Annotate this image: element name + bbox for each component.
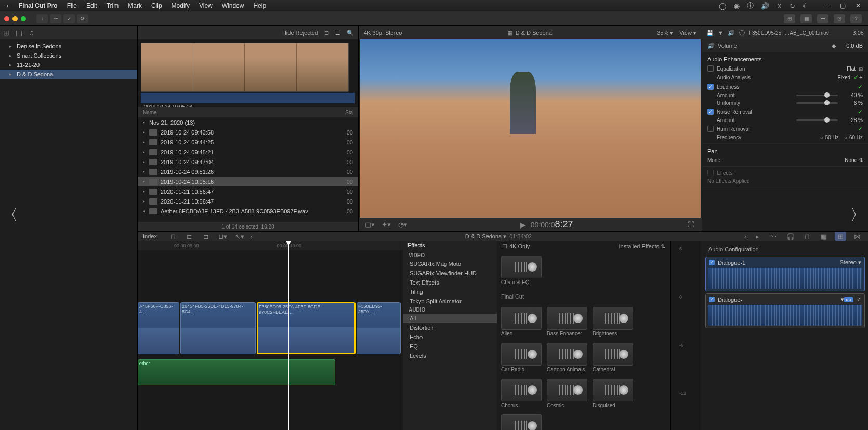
music-icon[interactable]: ♫ (29, 29, 34, 37)
timeline-clip[interactable]: A45F60F-C856-4… (138, 302, 179, 354)
audio-tab-icon[interactable]: 🔊 (728, 30, 735, 36)
menu-mark[interactable]: Mark (128, 2, 142, 9)
timeline-index-button[interactable]: Index (143, 233, 157, 239)
fx-category[interactable]: All (403, 314, 497, 323)
clip-row[interactable]: ▸2019-10-24 09:43:5800 (138, 127, 358, 137)
transitions-icon[interactable]: ⋈ (851, 232, 863, 241)
audio-skim-icon[interactable]: 〰 (768, 232, 780, 241)
effect-thumb[interactable]: Doubler (501, 414, 542, 430)
fx-category[interactable]: SUGARfx MagiMoto (403, 259, 497, 268)
transform-tool-icon[interactable]: ▢▾ (364, 220, 375, 229)
effect-thumb[interactable]: Car Radio (501, 343, 542, 373)
sidebar-item-event1[interactable]: ▸11-21-20 (0, 60, 137, 70)
installed-effects-button[interactable]: Installed Effects ⇅ (619, 243, 665, 250)
fx-category[interactable]: EQ (403, 342, 497, 351)
viewer-view-button[interactable]: View ▾ (679, 30, 696, 36)
clip-row[interactable]: ◂Aether.8FCBDA3F-13FD-42B3-A588-9C0593EB… (138, 206, 358, 216)
clip-row[interactable]: ▸2019-10-24 09:47:0400 (138, 157, 358, 167)
viewer-video[interactable] (360, 39, 701, 218)
effect-thumb[interactable]: Cartoon Animals (547, 343, 587, 373)
effect-thumb[interactable]: Bass Enhancer (547, 307, 587, 338)
fx-category[interactable]: SUGARfx Viewfinder HUD (403, 268, 497, 278)
clip-row[interactable]: ▸2019-10-24 09:44:2500 (138, 137, 358, 147)
tray-info-icon[interactable]: ⓘ (747, 1, 754, 10)
window-close-icon[interactable]: ✕ (852, 1, 864, 10)
solo-icon[interactable]: 🎧 (785, 232, 796, 241)
tray-sync-icon[interactable]: ◯ (719, 2, 727, 10)
effect-thumb[interactable]: Cosmic (547, 379, 587, 409)
timeline-clip[interactable]: F350ED95-25FA-4F3F-8GDE-978C2FBEAE… (257, 302, 356, 354)
clip-row[interactable]: ▸2019-10-24 09:45:2100 (138, 147, 358, 157)
loudness-checkbox[interactable]: ✓ (707, 84, 714, 90)
tray-color-icon[interactable]: ◉ (734, 2, 740, 10)
keyword-button[interactable]: ⊸ (50, 14, 61, 23)
menu-modify[interactable]: Modify (172, 2, 190, 9)
hum-checkbox[interactable] (707, 126, 714, 132)
sidebar-item-event2[interactable]: ▸D & D Sedona (0, 70, 137, 79)
tray-bluetooth-icon[interactable]: ⚹ (777, 2, 782, 10)
search-icon[interactable]: 🔍 (347, 30, 354, 36)
filmstrip[interactable]: 2019-10-24 10:05:16 (138, 39, 358, 107)
menu-view[interactable]: View (199, 2, 213, 9)
magic-icon[interactable]: ✦ (859, 75, 863, 80)
4k-only-checkbox[interactable]: ☐ (502, 243, 507, 250)
menu-help[interactable]: Help (253, 2, 266, 9)
video-tab-icon[interactable]: ▼ (718, 30, 724, 36)
audio-lane[interactable]: ✓Dialogue-▾▸◂✓ (705, 293, 865, 328)
eq-checkbox[interactable] (707, 65, 714, 72)
overwrite-icon[interactable]: ⊔▾ (217, 232, 229, 241)
timeline-audio-clip[interactable]: ether (138, 359, 335, 385)
clip-appearance-icon[interactable]: ⊟ (324, 30, 329, 36)
lane-checkbox[interactable]: ✓ (709, 260, 715, 265)
menu-window[interactable]: Window (222, 2, 244, 9)
append-icon[interactable]: ⊐ (201, 232, 212, 241)
fx-category[interactable]: Tokyo Split Animator (403, 297, 497, 306)
loudness-amount-slider[interactable] (796, 95, 838, 96)
snapping-icon[interactable]: ⊓ (801, 232, 813, 241)
volume-value[interactable]: 0.0 dB (846, 43, 863, 49)
info-tab-icon[interactable]: ⓘ (739, 29, 745, 37)
prev-arrow-icon[interactable]: 〈 (0, 202, 21, 228)
eq-icon[interactable]: ⊞ (859, 66, 863, 72)
audio-lane[interactable]: ✓Dialogue-1Stereo ▾ (705, 257, 865, 291)
loudness-uniformity-slider[interactable] (796, 102, 838, 104)
hide-rejected-button[interactable]: Hide Rejected (282, 30, 318, 36)
photos-icon[interactable]: ◫ (16, 29, 22, 37)
library-view-button[interactable]: ⊞ (784, 14, 795, 23)
save-icon[interactable]: 💾 (706, 30, 714, 36)
clip-appearance-icon[interactable]: ▦ (818, 232, 830, 241)
clip-row[interactable]: ▸2020-11-21 10:56:4700 (138, 196, 358, 206)
import-button[interactable]: ↓ (36, 14, 48, 23)
window-maximize-icon[interactable]: ▢ (837, 1, 848, 10)
background-button[interactable]: ⟳ (77, 14, 88, 23)
inspector-toggle-button[interactable]: ⊡ (834, 14, 845, 23)
retime-tool-icon[interactable]: ◔▾ (397, 220, 409, 229)
enhance-tool-icon[interactable]: ✦▾ (380, 220, 392, 229)
minimize-button[interactable] (12, 16, 18, 21)
timeline-project[interactable]: D & D Sedona (465, 233, 502, 239)
fx-category[interactable]: Levels (403, 351, 497, 360)
lane-checkbox[interactable]: ✓ (709, 297, 715, 302)
pan-mode-select[interactable]: None ⇅ (842, 157, 863, 163)
timeline-view-button[interactable]: ☰ (817, 14, 828, 23)
effect-thumb[interactable]: Cathedral (593, 343, 633, 373)
playhead[interactable] (288, 241, 289, 430)
arrow-tool-icon[interactable]: ↖▾ (234, 232, 245, 241)
col-name[interactable]: Name (143, 110, 332, 115)
clip-row[interactable]: ▸2019-10-24 10:05:1600 (138, 177, 358, 186)
menu-file[interactable]: File (67, 2, 77, 9)
menu-trim[interactable]: Trim (107, 2, 119, 9)
volume-keyframe-icon[interactable]: ◆ (832, 43, 836, 49)
timeline-clip[interactable]: F350ED95-25FA-… (357, 302, 401, 354)
window-minimize-icon[interactable]: — (821, 1, 833, 10)
menu-edit[interactable]: Edit (86, 2, 97, 9)
menu-clip[interactable]: Clip (151, 2, 162, 9)
fullscreen-button[interactable] (21, 16, 26, 21)
fx-category[interactable]: Tiling (403, 287, 497, 297)
clip-group[interactable]: ▾Nov 21, 2020 (13) (138, 117, 358, 127)
hum-50-radio[interactable]: ○ (820, 135, 823, 140)
effect-thumb[interactable]: Brightness (593, 307, 633, 338)
browser-view-button[interactable]: ▦ (800, 14, 812, 23)
hum-60-radio[interactable]: ○ (844, 135, 847, 140)
effect-thumb[interactable]: Chorus (501, 379, 542, 409)
